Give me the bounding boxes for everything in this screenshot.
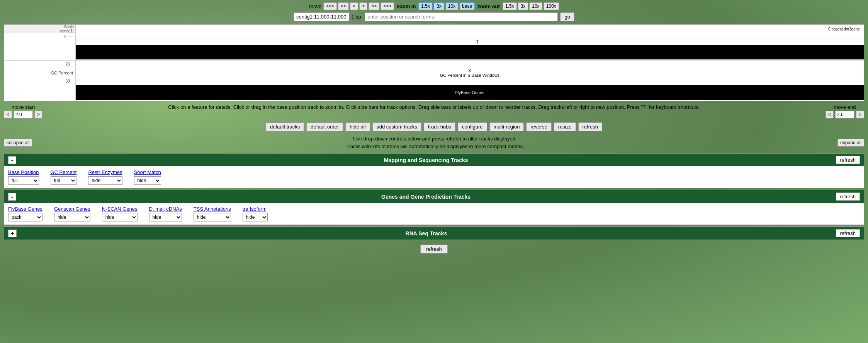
gc-track-content[interactable]: XGC Percent in 5-Base Windows — [76, 61, 864, 85]
move-right2-btn[interactable]: >> — [369, 2, 379, 10]
track-item-nscan-genes: N-SCAN Genes full pack squish dense hide — [102, 206, 138, 221]
reverse-btn[interactable]: reverse — [526, 122, 551, 131]
bottom-refresh-btn[interactable]: refresh — [420, 245, 447, 253]
short-match-select[interactable]: full dense hide — [134, 176, 161, 185]
scale-track: 0 bases| dm3gene — [76, 25, 864, 33]
zoom-out-1-5x-btn[interactable]: 1.5x — [503, 2, 517, 10]
move-start-right-btn[interactable]: > — [34, 111, 42, 118]
mapping-section: - Mapping and Sequencing Tracks refresh … — [4, 153, 864, 188]
nscan-genes-link[interactable]: N-SCAN Genes — [102, 206, 138, 212]
gc-track-label: GC Percent — [51, 71, 73, 75]
restr-enzymes-select[interactable]: full dense hide — [88, 176, 122, 185]
arrow-sidebar: <——— — [4, 33, 76, 39]
t-label: T — [476, 40, 479, 44]
gc-percent-select[interactable]: full dense hide — [51, 176, 77, 185]
genome-browser: Scale contig1: 0 bases| dm3gene <——— // … — [4, 24, 864, 101]
bottom-refresh-area: refresh — [0, 242, 868, 257]
move-far-left-btn[interactable]: <<< — [323, 2, 337, 10]
track-item-flybase-genes: FlyBase Genes full pack squish dense hid… — [8, 206, 42, 221]
arrow-track: // tick marks for(let i=0;i<100;i++){ co… — [76, 33, 864, 39]
track-item-restr-enzymes: Restr Enzymes full dense hide — [88, 169, 122, 185]
short-match-link[interactable]: Short Match — [134, 169, 161, 175]
restr-enzymes-link[interactable]: Restr Enzymes — [88, 169, 122, 175]
track-item-genscan-genes: Genscan Genes full pack squish dense hid… — [54, 206, 90, 221]
dmel-cdnas-link[interactable]: D. mel. cDNAs — [149, 206, 182, 212]
flybase-sidebar[interactable] — [4, 85, 76, 101]
collapse-expand-row: collapse all Use drop-down controls belo… — [0, 133, 868, 152]
rna-expand-btn[interactable]: + — [8, 230, 17, 237]
nscan-genes-select[interactable]: full pack squish dense hide — [102, 213, 138, 221]
arrow-label: <——— — [64, 34, 73, 39]
mapping-title: Mapping and Sequencing Tracks — [16, 157, 836, 163]
genscan-genes-select[interactable]: full pack squish dense hide — [54, 213, 90, 221]
refresh-toolbar-btn[interactable]: refresh — [578, 122, 602, 131]
zoom-out-3x-btn[interactable]: 3x — [518, 2, 528, 10]
mapping-refresh-btn[interactable]: refresh — [836, 156, 860, 164]
position-display: contig1:11,000-11,000 — [294, 12, 349, 21]
mapping-header: - Mapping and Sequencing Tracks refresh — [4, 154, 864, 166]
track-item-gc-percent: GC Percent full dense hide — [51, 169, 77, 185]
track-item-tss-annotations: TSS Annotations full pack squish dense h… — [194, 206, 231, 221]
genes-header: - Genes and Gene Prediction Tracks refre… — [4, 190, 864, 203]
mapping-collapse-btn[interactable]: - — [8, 156, 16, 164]
zoom-in-base-btn[interactable]: base — [459, 2, 475, 10]
expand-all-btn[interactable]: expand all — [837, 139, 864, 147]
zoom-in-label: zoom in — [395, 3, 417, 9]
genes-controls: FlyBase Genes full pack squish dense hid… — [4, 203, 864, 225]
move-end-right-btn[interactable]: > — [856, 111, 864, 118]
flybase-track-content[interactable]: FlyBase Genes — [76, 85, 864, 100]
move-label: move — [309, 3, 321, 9]
toolbar: default tracks default order hide all ad… — [0, 120, 868, 133]
search-input[interactable] — [365, 12, 558, 21]
track-hubs-btn[interactable]: track hubs — [424, 122, 455, 131]
collapse-all-btn[interactable]: collapse all — [4, 139, 32, 147]
zoom-in-3x-btn[interactable]: 3x — [434, 2, 444, 10]
base-position-link[interactable]: Base Position — [8, 169, 39, 175]
add-custom-tracks-btn[interactable]: add custom tracks — [372, 122, 422, 131]
genes-collapse-btn[interactable]: - — [8, 193, 16, 201]
move-start-left-btn[interactable]: < — [4, 111, 12, 118]
zoom-in-10x-btn[interactable]: 10x — [445, 2, 458, 10]
tra-isoform-link[interactable]: tra Isoform — [243, 206, 268, 212]
move-start-input[interactable] — [14, 111, 33, 118]
flybase-genes-link[interactable]: FlyBase Genes — [8, 206, 42, 212]
scale-ticks-svg: // tick marks for(let i=0;i<100;i++){ co… — [76, 33, 864, 39]
gc-high: 70 _ — [66, 62, 73, 66]
default-tracks-btn[interactable]: default tracks — [266, 122, 304, 131]
genes-refresh-btn[interactable]: refresh — [836, 193, 860, 201]
gc-sidebar[interactable]: 70 _ GC Percent 30 _ — [4, 61, 76, 85]
tss-annotations-link[interactable]: TSS Annotations — [194, 206, 231, 212]
hide-all-btn[interactable]: hide all — [345, 122, 370, 131]
zoom-out-100x-btn[interactable]: 100x — [544, 2, 559, 10]
configure-btn[interactable]: configure — [458, 122, 487, 131]
move-far-right-btn[interactable]: >>> — [380, 2, 394, 10]
flybase-genes-select[interactable]: full pack squish dense hide — [8, 213, 42, 221]
scale-label: Scale — [64, 25, 74, 29]
multi-region-btn[interactable]: multi-region — [489, 122, 524, 131]
move-left2-btn[interactable]: << — [338, 2, 349, 10]
t-track: T — [76, 39, 864, 45]
genscan-genes-link[interactable]: Genscan Genes — [54, 206, 90, 212]
move-right-btn[interactable]: > — [359, 2, 367, 10]
base-position-select[interactable]: full dense hide — [8, 176, 39, 185]
gc-percent-link[interactable]: GC Percent — [51, 169, 77, 175]
contig-label: contig1: — [60, 29, 74, 33]
go-button[interactable]: go — [560, 12, 574, 21]
resize-btn[interactable]: resize — [554, 122, 576, 131]
tra-isoform-select[interactable]: full pack squish dense hide — [243, 213, 268, 221]
move-left-btn[interactable]: < — [350, 2, 358, 10]
info-line1: Use drop-down controls below and press r… — [32, 135, 837, 143]
dmel-cdnas-select[interactable]: full pack squish dense hide — [149, 213, 182, 221]
zoom-out-10x-btn[interactable]: 10x — [529, 2, 542, 10]
move-end-left-btn[interactable]: < — [826, 111, 834, 118]
t-sidebar — [4, 39, 76, 45]
black-track-content[interactable] — [76, 45, 864, 59]
move-end-input[interactable] — [835, 111, 854, 118]
genes-title: Genes and Gene Prediction Tracks — [16, 194, 836, 200]
tss-annotations-select[interactable]: full pack squish dense hide — [194, 213, 231, 221]
scale-sidebar: Scale contig1: — [4, 25, 76, 33]
track-item-tra-isoform: tra Isoform full pack squish dense hide — [243, 206, 268, 221]
rna-refresh-btn[interactable]: refresh — [836, 229, 860, 237]
default-order-btn[interactable]: default order — [306, 122, 343, 131]
zoom-in-1-5x-btn[interactable]: 1.5x — [418, 2, 433, 10]
